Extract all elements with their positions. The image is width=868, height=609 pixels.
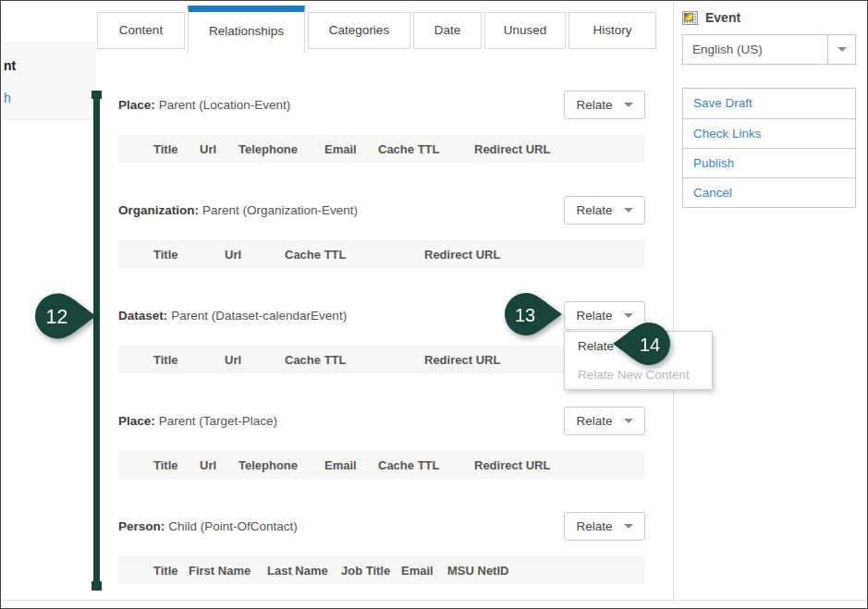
chevron-down-icon [624,313,633,318]
right-sidebar: Event English (US) Save Draft Check Link… [682,8,856,208]
language-value: English (US) [683,35,827,64]
workflow-actions: Save Draft Check Links Publish Cancel [682,88,856,208]
table-header-row: Title Url Cache TTL Redirect URL [118,240,645,268]
column-header: Url [225,353,285,367]
tab-content[interactable]: Content [97,12,185,49]
relate-button[interactable]: Relate [564,512,645,541]
language-dropdown-button[interactable] [827,35,855,64]
column-header: MSU NetID [447,564,508,578]
column-header: Cache TTL [285,248,424,262]
relationship-section-point-ofcontact: Person:Child (Point-OfContact) Relate Ti… [118,512,645,584]
column-header: Redirect URL [474,458,550,472]
column-header: Last Name [267,564,341,578]
annotation-line-top-cap [92,91,102,99]
relationship-section-target-place: Place:Parent (Target-Place) Relate Title… [118,407,645,479]
tab-relationships[interactable]: Relationships [188,6,305,54]
callout-12: 12 [35,293,96,339]
section-title: Person:Child (Point-OfContact) [118,519,298,533]
callout-number: 14 [640,335,660,355]
language-select[interactable]: English (US) [682,34,856,65]
column-header: Url [200,458,238,472]
column-header: Url [200,142,238,156]
relationship-section-organization-event: Organization:Parent (Organization-Event)… [118,196,645,268]
chevron-down-icon [624,103,633,107]
publish-action[interactable]: Publish [683,148,855,177]
column-header: Telephone [238,142,324,156]
column-header: Cache TTL [285,353,424,367]
cancel-action[interactable]: Cancel [683,177,855,207]
tab-history[interactable]: History [568,12,656,49]
chevron-down-icon [624,419,633,423]
tab-unused[interactable]: Unused [484,12,566,49]
column-header: Cache TTL [378,458,474,472]
section-title: Dataset:Parent (Dataset-calendarEvent) [118,309,347,323]
column-header: Title [153,248,225,262]
column-header: Redirect URL [424,248,500,262]
column-header: Redirect URL [424,353,500,367]
relate-button[interactable]: Relate [564,407,645,435]
chevron-down-icon [624,524,633,529]
column-header: Cache TTL [378,142,474,156]
column-header: First Name [189,564,267,578]
tab-categories[interactable]: Categories [308,12,410,49]
cutoff-text: nt [4,58,16,73]
column-header: Telephone [238,458,324,472]
column-header: Job Title [341,564,401,578]
column-header: Redirect URL [474,142,550,156]
section-title: Place:Parent (Target-Place) [118,414,277,428]
relationship-section-location-event: Place:Parent (Location-Event) Relate Tit… [118,91,645,163]
chevron-down-icon [624,208,633,213]
relationships-panel: Place:Parent (Location-Event) Relate Tit… [118,91,645,609]
table-header-row: Title Url Telephone Email Cache TTL Redi… [118,135,645,163]
table-header-row: Title First Name Last Name Job Title Ema… [118,556,645,584]
column-header: Email [324,458,378,472]
callout-number: 12 [46,306,68,328]
screenshot-frame: nt h Content Relationships Categories Da… [0,0,868,609]
column-header: Title [153,564,189,578]
relate-button[interactable]: Relate [564,91,645,119]
content-bottom-border [2,600,868,601]
callout-13: 13 [505,293,562,335]
section-title: Place:Parent (Location-Event) [118,98,290,112]
column-header: Title [153,142,200,156]
left-cutoff-card: nt h [2,43,96,120]
table-header-row: Title Url Telephone Email Cache TTL Redi… [118,451,645,479]
annotation-vertical-line [93,91,100,591]
tab-bar: Content Relationships Categories Date Un… [97,6,659,54]
column-header: Email [324,142,378,156]
annotation-line-bottom-cap [92,581,102,591]
tab-date[interactable]: Date [413,12,482,49]
check-links-action[interactable]: Check Links [683,118,855,148]
column-header: Title [153,353,225,367]
column-header: Url [225,248,285,262]
relationship-section-dataset-calendarevent: Dataset:Parent (Dataset-calendarEvent) R… [118,301,645,373]
section-title: Organization:Parent (Organization-Event) [118,203,358,217]
content-type-title: Event [705,10,740,25]
relate-button[interactable]: Relate [564,196,645,225]
column-header: Email [401,564,447,578]
chevron-down-icon [837,47,847,52]
sidebar-divider [673,2,674,600]
column-header: Title [153,458,200,472]
callout-14: 14 [613,323,670,365]
save-draft-action[interactable]: Save Draft [683,89,855,118]
callout-number: 13 [515,305,535,325]
content-type-event-icon [682,11,698,25]
cutoff-link[interactable]: h [4,91,11,105]
